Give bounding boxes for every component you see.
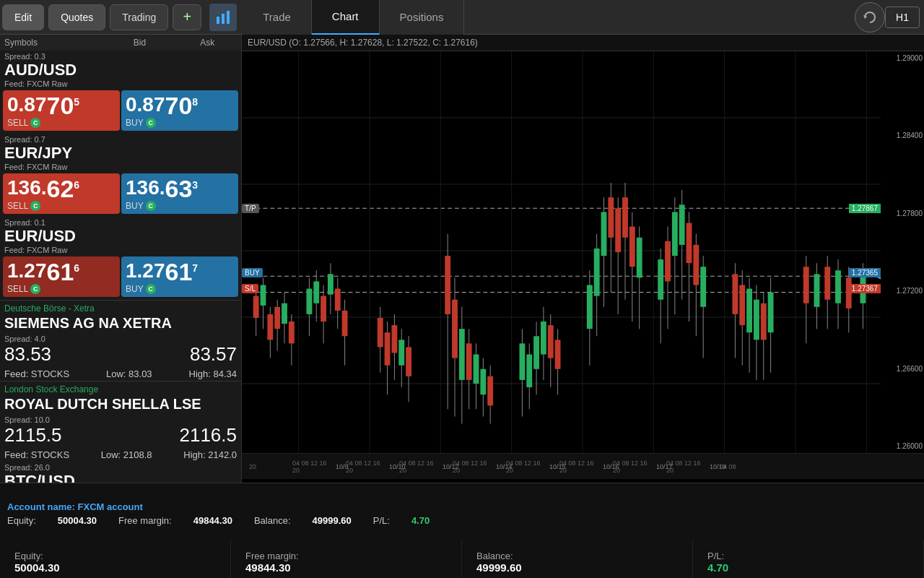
svg-rect-35 bbox=[306, 289, 312, 314]
y-label-5: 1.26000 bbox=[882, 442, 923, 450]
spread-eurusd: Spread: 0.1 bbox=[0, 217, 241, 227]
sell-label-eurusd: SELL bbox=[7, 284, 28, 294]
c-badge-buy-eurusd: C bbox=[146, 284, 156, 294]
buy-prefix-eurusd: 1.27 bbox=[126, 259, 165, 282]
footer-balance-value: 49999.60 bbox=[476, 561, 678, 574]
buy-main-eurjpy: 63 bbox=[165, 176, 193, 201]
ask-rdsa: 2116.5 bbox=[179, 424, 237, 447]
chart-tab[interactable]: Chart bbox=[312, 0, 380, 35]
svg-rect-73 bbox=[526, 355, 532, 387]
sell-eurjpy[interactable]: 136.626 SELLC bbox=[3, 173, 120, 214]
chart-area[interactable]: EUR/USD (O: 1.27566, H: 1.27628, L: 1.27… bbox=[242, 35, 924, 483]
svg-rect-83 bbox=[587, 285, 593, 329]
footer-stats-bar: Equity: 50004.30 Free margin: 49844.30 B… bbox=[0, 540, 924, 578]
bid-rdsa: 2115.5 bbox=[4, 424, 62, 447]
c-badge-buy-eurjpy: C bbox=[146, 201, 156, 211]
add-button[interactable]: + bbox=[173, 4, 201, 30]
spread-siemens: Spread: 4.0 bbox=[0, 333, 241, 343]
sl-label: S/L bbox=[242, 284, 258, 293]
buy-sup-audusd: 8 bbox=[192, 96, 198, 108]
svg-rect-45 bbox=[342, 311, 348, 336]
x-date-oct19: 10/19 bbox=[710, 463, 720, 470]
sell-main-eurusd: 61 bbox=[47, 259, 74, 284]
buy-sup-eurjpy: 3 bbox=[192, 179, 198, 191]
exchange-rdsa: London Stock Exchange bbox=[0, 381, 241, 396]
name-rdsa: ROYAL DUTCH SHELLA LSE bbox=[0, 396, 241, 414]
name-audusd: AUD/USD bbox=[0, 61, 241, 79]
svg-rect-99 bbox=[658, 259, 663, 300]
buy-audusd[interactable]: 0.87708 BUYC bbox=[121, 90, 238, 131]
y-label-1: 1.28400 bbox=[882, 131, 923, 139]
x-label-oct9: 04 08 12 16 20 bbox=[292, 460, 336, 474]
account-stats: Equity: 50004.30 Free margin: 49844.30 B… bbox=[0, 515, 924, 526]
footer-balance-label: Balance: bbox=[476, 551, 678, 561]
buy-eurusd[interactable]: 1.27617 BUYC bbox=[121, 256, 238, 297]
prices-siemens: 83.53 83.57 bbox=[0, 343, 241, 367]
prices-rdsa: 2115.5 2116.5 bbox=[0, 424, 241, 448]
balance-label: Balance: bbox=[254, 515, 291, 526]
svg-rect-77 bbox=[541, 322, 546, 354]
low-rdsa: Low: 2108.8 bbox=[101, 449, 152, 460]
x-date-oct15: 10/15 bbox=[549, 463, 559, 470]
svg-rect-55 bbox=[406, 347, 411, 376]
left-panel: Symbols Bid Ask Spread: 0.3 AUD/USD Feed… bbox=[0, 35, 242, 483]
c-badge-sell-eurusd: C bbox=[30, 284, 40, 294]
svg-rect-59 bbox=[452, 300, 458, 358]
positions-tab[interactable]: Positions bbox=[380, 0, 465, 35]
details-siemens: Feed: STOCKS Low: 83.03 High: 84.34 bbox=[0, 367, 241, 381]
svg-rect-107 bbox=[687, 223, 692, 264]
svg-rect-119 bbox=[754, 300, 759, 340]
h1-button[interactable]: H1 bbox=[885, 7, 920, 28]
svg-rect-115 bbox=[739, 285, 745, 325]
quotes-tab[interactable]: Quotes bbox=[48, 4, 105, 30]
svg-rect-31 bbox=[282, 303, 287, 324]
chart-icon[interactable] bbox=[209, 4, 237, 31]
spread-audusd: Spread: 0.3 bbox=[0, 51, 241, 61]
x-label-oct19: 04 08 12 16 20 bbox=[666, 460, 710, 474]
footer-balance-col: Balance: 49999.60 bbox=[462, 540, 693, 578]
chart-info-bar: EUR/USD (O: 1.27566, H: 1.27628, L: 1.27… bbox=[242, 35, 924, 51]
buy-main-eurusd: 61 bbox=[165, 259, 193, 284]
c-badge-buy-audusd: C bbox=[146, 118, 156, 128]
c-badge-sell-eurjpy: C bbox=[30, 201, 40, 211]
sell-prefix-audusd: 0.87 bbox=[7, 93, 47, 116]
feed-audusd: Feed: FXCM Raw bbox=[0, 79, 241, 90]
trade-tab[interactable]: Trade bbox=[243, 0, 312, 35]
svg-rect-25 bbox=[261, 285, 266, 305]
chart-canvas-container: 1.29000 1.28400 1.27800 1.27200 1.26600 … bbox=[242, 51, 924, 453]
details-rdsa: Feed: STOCKS Low: 2108.8 High: 2142.0 bbox=[0, 448, 241, 462]
svg-rect-39 bbox=[321, 296, 326, 322]
refresh-button[interactable] bbox=[855, 2, 885, 33]
footer-pl-col: P/L: 4.70 bbox=[693, 540, 924, 578]
symbol-row-audusd: Spread: 0.3 AUD/USD Feed: FXCM Raw 0.877… bbox=[0, 51, 241, 134]
balance-value: 49999.60 bbox=[313, 515, 352, 526]
svg-rect-89 bbox=[608, 197, 614, 238]
trading-tab[interactable]: Trading bbox=[110, 4, 168, 30]
svg-rect-111 bbox=[700, 267, 706, 307]
account-name-label: Account name: bbox=[7, 501, 75, 512]
sell-eurusd[interactable]: 1.27616 SELLC bbox=[3, 256, 120, 297]
feed-siemens: Feed: STOCKS bbox=[4, 368, 69, 379]
account-bar: Account name: FXCM account Equity: 50004… bbox=[0, 483, 924, 540]
feed-eurjpy: Feed: FXCM Raw bbox=[0, 163, 241, 173]
svg-rect-75 bbox=[533, 336, 539, 368]
tp-price-tag: 1.27867 bbox=[849, 204, 881, 213]
name-siemens: SIEMENS AG NA XETRA bbox=[0, 315, 241, 333]
edit-button[interactable]: Edit bbox=[2, 4, 44, 30]
sell-audusd[interactable]: 0.87705 SELLC bbox=[3, 90, 120, 131]
col-bid: Bid bbox=[106, 38, 174, 48]
chart-x-axis: 20 04 08 12 16 20 10/9 04 08 12 16 20 10… bbox=[242, 453, 924, 479]
svg-rect-85 bbox=[594, 249, 600, 296]
c-badge-sell-audusd: C bbox=[30, 118, 40, 128]
y-label-0: 1.29000 bbox=[882, 54, 923, 62]
svg-rect-43 bbox=[335, 289, 341, 311]
exchange-siemens: Deutsche Börse - Xetra bbox=[0, 300, 241, 315]
price-pair-eurusd: 1.27616 SELLC 1.27617 BUYC bbox=[0, 256, 241, 300]
svg-rect-51 bbox=[391, 325, 397, 353]
ask-siemens: 83.57 bbox=[190, 343, 237, 366]
buy-eurjpy[interactable]: 136.633 BUYC bbox=[121, 173, 238, 214]
svg-rect-69 bbox=[487, 376, 493, 405]
y-label-2: 1.27800 bbox=[882, 210, 923, 217]
sell-main-audusd: 70 bbox=[47, 93, 74, 118]
sell-sup-audusd: 5 bbox=[74, 96, 79, 108]
